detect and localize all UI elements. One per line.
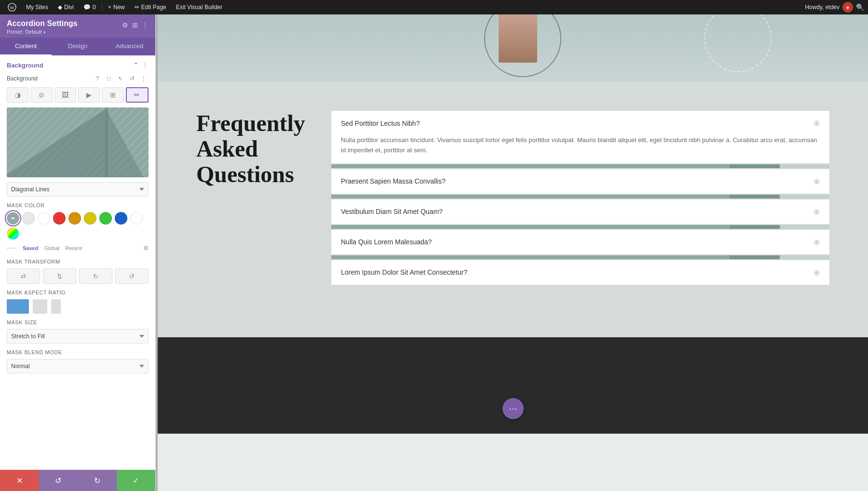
faq-item-3-header[interactable]: Vestibulum Diam Sit Amet Quam? ⊕ [331, 199, 829, 224]
fab-button[interactable]: ⋯ [502, 398, 524, 419]
faq-item-4-header[interactable]: Nulla Quis Lorem Malesuada? ⊕ [331, 230, 829, 254]
aspect-wide-button[interactable] [7, 299, 29, 314]
color-swatch-yellow[interactable] [84, 212, 96, 225]
new-button[interactable]: + New [104, 0, 129, 14]
color-swatch-orange[interactable] [68, 212, 81, 225]
desktop-icon[interactable]: □ [104, 74, 114, 83]
faq-item-1: Sed Porttitor Lectus Nibh? ⊕ Nulla portt… [331, 111, 829, 163]
color-dots-icon[interactable]: ··· [7, 243, 17, 253]
bg-type-video[interactable]: ▶ [78, 87, 100, 103]
color-swatch-white2[interactable] [130, 212, 143, 225]
color-swatch-green[interactable] [99, 212, 112, 225]
pattern-dropdown[interactable]: Diagonal Lines None Dots Grid [7, 182, 149, 197]
rotate-cw-button[interactable]: ↻ [79, 268, 112, 284]
aspect-wide-rect [7, 299, 29, 314]
section-menu-icon[interactable]: ⋮ [142, 61, 149, 69]
aspect-tall-button[interactable] [51, 299, 61, 314]
exit-builder-button[interactable]: Exit Visual Builder [172, 0, 227, 14]
help-icon[interactable]: ? [93, 74, 102, 83]
my-sites-label: My Sites [26, 4, 48, 11]
tab-design[interactable]: Design [52, 38, 103, 55]
faq-item-3: Vestibulum Diam Sit Amet Quam? ⊕ [331, 199, 829, 224]
bg-type-pattern[interactable]: ⊞ [102, 87, 123, 103]
section-header-icons: ⌃ ⋮ [133, 61, 149, 69]
color-tab-recent[interactable]: Recent [62, 244, 85, 252]
comments-icon: 💬 [83, 4, 91, 11]
pencil-icon: ✏ [135, 4, 139, 11]
color-swatch-white[interactable] [38, 212, 50, 225]
bg-type-color[interactable]: ✏ [126, 87, 149, 103]
content-area: Frequently Asked Questions Sed Porttitor… [158, 14, 868, 491]
faq-item-1-header[interactable]: Sed Porttitor Lectus Nibh? ⊕ [331, 111, 829, 135]
undo-icon: ↺ [55, 476, 61, 485]
undo-button[interactable]: ↺ [39, 470, 78, 491]
faq-item-4-title: Nulla Quis Lorem Malesuada? [341, 238, 432, 246]
image-icon: 🖼 [62, 91, 68, 99]
more-icon[interactable]: ⋮ [139, 74, 149, 83]
tab-content[interactable]: Content [0, 38, 52, 55]
faq-item-2-header[interactable]: Praesent Sapien Massa Convallis? ⊕ [331, 169, 829, 194]
cancel-icon: ✕ [16, 476, 23, 485]
color-settings-icon[interactable]: ⚙ [143, 245, 149, 252]
color-tab-saved[interactable]: Saved [20, 244, 41, 252]
mask-size-dropdown[interactable]: Stretch to Fill Fit Actual Size [7, 329, 149, 344]
bg-type-image[interactable]: 🖼 [54, 87, 76, 103]
tab-advanced[interactable]: Advanced [104, 38, 155, 55]
flip-h-button[interactable]: ⇄ [7, 268, 40, 284]
faq-item-1-icon[interactable]: ⊕ [814, 119, 820, 128]
bg-type-none[interactable]: ⊘ [30, 87, 52, 103]
aspect-row [7, 299, 149, 314]
bottom-bar: ✕ ↺ ↻ ✓ [0, 470, 155, 491]
wp-logo-button[interactable]: W [4, 0, 20, 14]
color-eyedropper[interactable]: ✒ [7, 212, 19, 225]
save-button[interactable]: ✓ [117, 470, 156, 491]
mask-blend-dropdown[interactable]: Normal Multiply Screen Overlay [7, 359, 149, 373]
redo-button[interactable]: ↻ [78, 470, 117, 491]
faq-item-2-icon[interactable]: ⊕ [814, 177, 820, 186]
collapse-icon[interactable]: ⌃ [133, 61, 139, 69]
rotate-ccw-button[interactable]: ↺ [115, 268, 149, 284]
flip-v-button[interactable]: ⇅ [43, 268, 76, 284]
section-title: Background [7, 62, 43, 69]
color-swatch-blue[interactable] [115, 212, 127, 225]
faq-divider-2 [331, 195, 829, 199]
search-icon[interactable]: 🔍 [856, 3, 864, 11]
edit-page-button[interactable]: ✏ Edit Page [131, 0, 170, 14]
aspect-square-button[interactable] [33, 299, 47, 314]
new-label: New [113, 4, 125, 11]
pointer-icon[interactable]: ↖ [116, 74, 125, 83]
panel-more-icon[interactable]: ⋮ [142, 21, 149, 29]
bg-type-row: ◑ ⊘ 🖼 ▶ ⊞ ✏ [7, 87, 149, 103]
panel-settings-icon[interactable]: ⚙ [122, 21, 128, 29]
faq-item-5: Lorem Ipsum Dolor Sit Amet Consectetur? … [331, 260, 829, 285]
cancel-button[interactable]: ✕ [0, 470, 39, 491]
panel-layout-icon[interactable]: ⊞ [132, 21, 138, 29]
color-icon: ✏ [134, 91, 140, 99]
color-tab-global[interactable]: Global [41, 244, 62, 252]
bg-type-gradient[interactable]: ◑ [7, 87, 28, 103]
faq-item-5-icon[interactable]: ⊕ [814, 268, 820, 277]
faq-item-3-icon[interactable]: ⊕ [814, 207, 820, 216]
image-thumbnail [499, 14, 537, 63]
mask-transform-title: Mask Transform [7, 259, 149, 265]
no-bg-icon: ⊘ [39, 91, 44, 99]
panel-preset[interactable]: Preset: Default ▾ [7, 29, 78, 35]
color-gradient-swatch[interactable] [7, 227, 19, 240]
my-sites-button[interactable]: My Sites [22, 0, 52, 14]
faq-item-2-title: Praesent Sapien Massa Convallis? [341, 177, 446, 185]
flip-h-icon: ⇄ [21, 273, 26, 280]
faq-item-4-icon[interactable]: ⊕ [814, 238, 820, 247]
left-panel: Accordion Settings Preset: Default ▾ ⚙ ⊞… [0, 14, 156, 491]
comments-button[interactable]: 💬 0 [80, 0, 100, 14]
faq-item-5-header[interactable]: Lorem Ipsum Dolor Sit Amet Consectetur? … [331, 260, 829, 285]
mask-color-section: Mask Color ✒ ··· [7, 202, 149, 253]
color-swatch-lightgray[interactable] [22, 212, 35, 225]
faq-title: Frequently Asked Questions [196, 111, 293, 187]
main-layout: Accordion Settings Preset: Default ▾ ⚙ ⊞… [0, 14, 868, 491]
reset-icon[interactable]: ↺ [127, 74, 137, 83]
user-avatar[interactable]: e [842, 2, 853, 13]
color-swatch-red[interactable] [53, 212, 66, 225]
divi-button[interactable]: ◆ Divi [54, 0, 78, 14]
panel-spacer [0, 385, 155, 470]
edit-page-label: Edit Page [141, 4, 166, 11]
